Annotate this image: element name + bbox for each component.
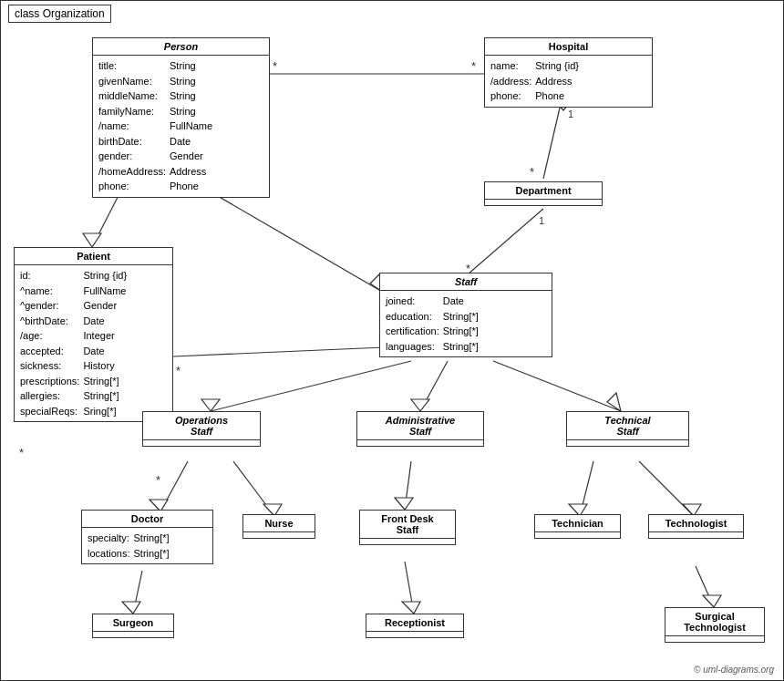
svg-line-28 bbox=[580, 461, 593, 516]
class-admin-body bbox=[357, 440, 483, 446]
class-front-desk-header: Front DeskStaff bbox=[360, 511, 455, 539]
svg-marker-27 bbox=[395, 498, 413, 510]
class-technician: Technician bbox=[534, 514, 621, 539]
class-tech-body bbox=[567, 440, 688, 446]
class-nurse: Nurse bbox=[242, 514, 315, 539]
class-surgical-tech: SurgicalTechnologist bbox=[665, 607, 765, 643]
svg-marker-11 bbox=[83, 233, 101, 247]
svg-text:1: 1 bbox=[539, 215, 544, 226]
diagram-title: class Organization bbox=[8, 5, 111, 23]
class-department-header: Department bbox=[485, 182, 602, 200]
class-surgical-tech-header: SurgicalTechnologist bbox=[665, 608, 764, 636]
copyright: © uml-diagrams.org bbox=[694, 665, 774, 675]
class-patient-body: id:String {id} ^name:FullName ^gender:Ge… bbox=[15, 265, 172, 421]
class-staff: Staff joined:Date education:String[*] ce… bbox=[379, 273, 552, 357]
svg-marker-21 bbox=[607, 393, 621, 411]
class-doctor-body: specialty:String[*] locations:String[*] bbox=[82, 528, 212, 563]
class-ops-body bbox=[143, 440, 260, 446]
class-surgeon-body bbox=[93, 632, 173, 637]
class-tech-header: TechnicalStaff bbox=[567, 412, 688, 440]
svg-text:*: * bbox=[471, 59, 476, 73]
class-technologist: Technologist bbox=[648, 514, 744, 539]
class-department-body bbox=[485, 200, 602, 205]
class-tech-staff: TechnicalStaff bbox=[566, 411, 689, 447]
class-receptionist-body bbox=[366, 632, 463, 637]
class-front-desk-body bbox=[360, 539, 455, 544]
class-person-header: Person bbox=[93, 38, 269, 56]
class-person-body: title:String givenName:String middleName… bbox=[93, 56, 269, 197]
class-technician-body bbox=[535, 532, 620, 538]
class-staff-header: Staff bbox=[380, 273, 552, 291]
class-hospital-header: Hospital bbox=[485, 38, 652, 56]
svg-marker-37 bbox=[703, 595, 721, 607]
svg-text:1: 1 bbox=[568, 108, 573, 119]
svg-line-18 bbox=[420, 361, 448, 411]
class-surgeon: Surgeon bbox=[92, 614, 174, 638]
svg-line-32 bbox=[133, 571, 142, 614]
svg-marker-19 bbox=[411, 399, 429, 411]
class-admin-header: AdministrativeStaff bbox=[357, 412, 483, 440]
svg-text:*: * bbox=[156, 473, 160, 487]
svg-marker-33 bbox=[122, 602, 140, 614]
svg-line-24 bbox=[233, 461, 274, 516]
class-patient: Patient id:String {id} ^name:FullName ^g… bbox=[14, 247, 173, 422]
svg-marker-17 bbox=[201, 399, 220, 411]
class-surgeon-header: Surgeon bbox=[93, 614, 173, 632]
class-department: Department bbox=[484, 181, 603, 206]
class-technologist-header: Technologist bbox=[649, 515, 743, 532]
svg-line-14 bbox=[173, 347, 384, 356]
class-technologist-body bbox=[649, 532, 743, 538]
svg-line-30 bbox=[639, 461, 694, 516]
class-staff-body: joined:Date education:String[*] certific… bbox=[380, 291, 552, 356]
svg-text:*: * bbox=[530, 165, 534, 179]
class-receptionist: Receptionist bbox=[366, 614, 464, 638]
class-front-desk: Front DeskStaff bbox=[359, 510, 456, 545]
class-technician-header: Technician bbox=[535, 515, 620, 532]
class-receptionist-header: Receptionist bbox=[366, 614, 463, 632]
class-hospital-body: name:String {id} /address:Address phone:… bbox=[485, 56, 652, 107]
class-doctor-header: Doctor bbox=[82, 511, 212, 528]
svg-text:*: * bbox=[19, 446, 24, 459]
svg-text:*: * bbox=[176, 364, 181, 377]
svg-line-34 bbox=[405, 562, 414, 614]
class-person: Person title:String givenName:String mid… bbox=[92, 37, 270, 198]
class-patient-header: Patient bbox=[15, 248, 172, 265]
class-surgical-tech-body bbox=[665, 636, 764, 642]
svg-text:*: * bbox=[273, 59, 277, 73]
svg-line-36 bbox=[696, 566, 714, 607]
svg-line-4 bbox=[468, 209, 543, 274]
class-nurse-body bbox=[243, 532, 315, 538]
class-admin-staff: AdministrativeStaff bbox=[356, 411, 484, 447]
class-ops-header: OperationsStaff bbox=[143, 412, 260, 440]
class-doctor: Doctor specialty:String[*] locations:Str… bbox=[81, 510, 213, 564]
svg-line-26 bbox=[405, 461, 411, 510]
class-nurse-header: Nurse bbox=[243, 515, 315, 532]
svg-marker-35 bbox=[402, 602, 420, 614]
svg-line-16 bbox=[211, 361, 411, 411]
class-hospital: Hospital name:String {id} /address:Addre… bbox=[484, 37, 653, 108]
diagram-container: class Organization 1 * 1 * * * * bbox=[0, 0, 784, 681]
svg-line-20 bbox=[493, 361, 621, 411]
svg-line-22 bbox=[160, 461, 188, 511]
class-operations-staff: OperationsStaff bbox=[142, 411, 261, 447]
